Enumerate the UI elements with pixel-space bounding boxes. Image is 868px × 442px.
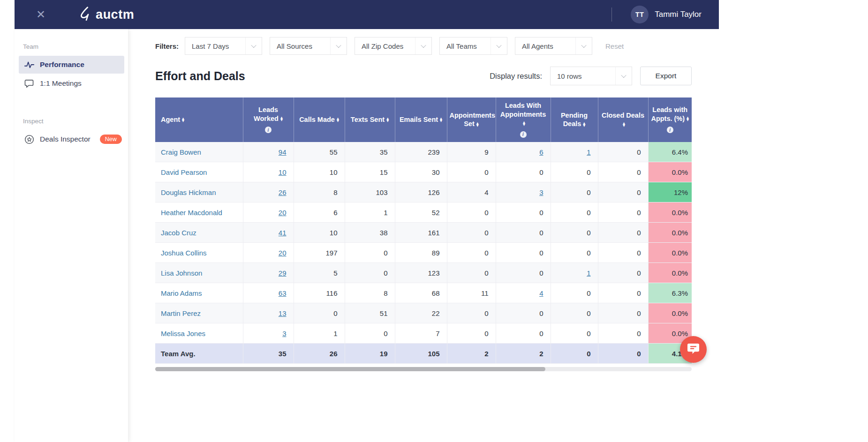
leads-worked-value[interactable]: 3	[243, 323, 294, 344]
auctm-logo-glyph-icon	[79, 7, 91, 22]
leads-worked-value[interactable]: 41	[243, 223, 294, 243]
texts-sent-value: 0	[345, 243, 395, 263]
rows-per-page-dropdown[interactable]: 10 rows	[550, 67, 632, 85]
new-badge: New	[100, 135, 122, 144]
leads-worked-value[interactable]: 20	[243, 243, 294, 263]
sort-icon[interactable]: ▲▼	[583, 122, 585, 127]
agent-name-link[interactable]: Martin Perez	[155, 303, 243, 323]
dropdown-value: Last 7 Days	[185, 42, 229, 50]
texts-sent-value: 8	[345, 283, 395, 303]
leads-worked-value[interactable]: 94	[243, 142, 294, 162]
sort-icon[interactable]: ▲▼	[440, 118, 442, 122]
calls-made-avg: 26	[294, 344, 345, 364]
leads-with-appts-pct-value: 6.4%	[648, 142, 692, 162]
filter-dropdown-all-zip-codes[interactable]: All Zip Codes	[355, 37, 432, 55]
dropdown-value: All Sources	[270, 42, 312, 50]
top-navbar: ✕ auctm TT Tammi Taylor	[15, 0, 719, 29]
leads-worked-value[interactable]: 29	[243, 263, 294, 283]
sidebar-item-meetings[interactable]: 1:1 Meetings	[19, 75, 124, 92]
reset-filters-link[interactable]: Reset	[605, 42, 624, 50]
column-header-pending-deals[interactable]: Pending Deals▲▼	[551, 97, 598, 142]
filter-dropdown-last-7-days[interactable]: Last 7 Days	[185, 37, 262, 55]
column-label: Leads With Appointments	[500, 102, 546, 118]
appointments-set-value: 0	[447, 263, 496, 283]
pending-deals-value: 0	[551, 162, 598, 182]
agent-name-link[interactable]: Craig Bowen	[155, 142, 243, 162]
leads-worked-value[interactable]: 63	[243, 283, 294, 303]
sort-icon[interactable]: ▲▼	[280, 117, 283, 121]
leads-with-appointments-avg: 2	[496, 344, 551, 364]
calls-made-value: 6	[294, 202, 345, 223]
appointments-set-value: 0	[447, 323, 496, 344]
column-label: Emails Sent	[400, 116, 438, 123]
leads-worked-value[interactable]: 26	[243, 182, 294, 202]
sort-icon[interactable]: ▲▼	[623, 122, 625, 127]
sidebar-item-performance[interactable]: Performance	[19, 56, 124, 74]
column-label: Agent	[161, 116, 180, 123]
leads-with-appointments-value: 0	[496, 162, 551, 182]
pending-deals-value[interactable]: 1	[551, 142, 598, 162]
column-header-calls-made[interactable]: Calls Made▲▼	[294, 97, 345, 142]
horizontal-scrollbar[interactable]	[155, 367, 692, 371]
leads-with-appts-pct-value: 0.0%	[648, 162, 692, 182]
performance-chart-icon	[24, 60, 34, 69]
leads-worked-value[interactable]: 10	[243, 162, 294, 182]
calls-made-value: 197	[294, 243, 345, 263]
emails-sent-value: 161	[395, 223, 447, 243]
column-header-leads-with-appts[interactable]: Leads with Appts. (%)▲▼i	[648, 97, 692, 142]
export-button[interactable]: Export	[640, 67, 692, 85]
agent-name-link[interactable]: Heather Macdonald	[155, 202, 243, 223]
leads-with-appointments-value[interactable]: 4	[496, 283, 551, 303]
sidebar-section-inspect: Inspect	[23, 118, 128, 125]
agent-name-link[interactable]: Mario Adams	[155, 283, 243, 303]
agent-name-link[interactable]: Douglas Hickman	[155, 182, 243, 202]
avatar[interactable]: TT	[631, 6, 649, 23]
filter-dropdown-all-sources[interactable]: All Sources	[270, 37, 347, 55]
closed-deals-value: 0	[598, 223, 648, 243]
closed-deals-value: 0	[598, 202, 648, 223]
sort-icon[interactable]: ▲▼	[337, 118, 339, 122]
sort-icon[interactable]: ▲▼	[386, 118, 389, 122]
emails-sent-avg: 105	[395, 344, 447, 364]
user-name[interactable]: Tammi Taylor	[655, 10, 702, 19]
info-icon[interactable]: i	[667, 127, 673, 133]
agent-name-link[interactable]: David Pearson	[155, 162, 243, 182]
column-header-leads-worked[interactable]: Leads Worked▲▼i	[243, 97, 294, 142]
sort-icon[interactable]: ▲▼	[687, 117, 689, 121]
sort-icon[interactable]: ▲▼	[523, 121, 525, 126]
agent-name-link[interactable]: Joshua Collins	[155, 243, 243, 263]
column-header-leads-with-appointments[interactable]: Leads With Appointments▲▼i	[496, 97, 551, 142]
sidebar-item-deals-inspector[interactable]: Deals Inspector New	[19, 130, 124, 148]
scrollbar-thumb[interactable]	[155, 367, 545, 371]
agent-name-link[interactable]: Melissa Jones	[155, 323, 243, 344]
leads-with-appointments-value[interactable]: 3	[496, 182, 551, 202]
column-header-texts-sent[interactable]: Texts Sent▲▼	[345, 97, 395, 142]
chevron-down-icon	[245, 37, 262, 54]
sort-icon[interactable]: ▲▼	[476, 122, 479, 127]
leads-worked-value[interactable]: 13	[243, 303, 294, 323]
sort-icon[interactable]: ▲▼	[182, 118, 184, 122]
texts-sent-avg: 19	[345, 344, 395, 364]
column-header-closed-deals[interactable]: Closed Deals▲▼	[598, 97, 648, 142]
agent-name-link[interactable]: Lisa Johnson	[155, 263, 243, 283]
column-header-appointments-set[interactable]: Appointments Set▲▼	[447, 97, 496, 142]
closed-deals-value: 0	[598, 303, 648, 323]
texts-sent-value: 15	[345, 162, 395, 182]
calls-made-value: 55	[294, 142, 345, 162]
pending-deals-value[interactable]: 1	[551, 263, 598, 283]
filter-dropdown-all-teams[interactable]: All Teams	[439, 37, 507, 55]
info-icon[interactable]: i	[520, 131, 527, 138]
auctm-logo: auctm	[79, 7, 134, 22]
column-header-agent[interactable]: Agent▲▼	[155, 97, 243, 142]
agent-name-link[interactable]: Jacob Cruz	[155, 223, 243, 243]
leads-with-appointments-value: 0	[496, 303, 551, 323]
chat-launcher-button[interactable]	[680, 336, 707, 363]
filter-dropdown-all-agents[interactable]: All Agents	[515, 37, 592, 55]
leads-with-appointments-value[interactable]: 6	[496, 142, 551, 162]
leads-worked-value[interactable]: 20	[243, 202, 294, 223]
info-icon[interactable]: i	[265, 127, 272, 133]
leads-with-appointments-value: 0	[496, 223, 551, 243]
pending-deals-value: 0	[551, 283, 598, 303]
close-icon[interactable]: ✕	[36, 9, 45, 20]
column-header-emails-sent[interactable]: Emails Sent▲▼	[395, 97, 447, 142]
